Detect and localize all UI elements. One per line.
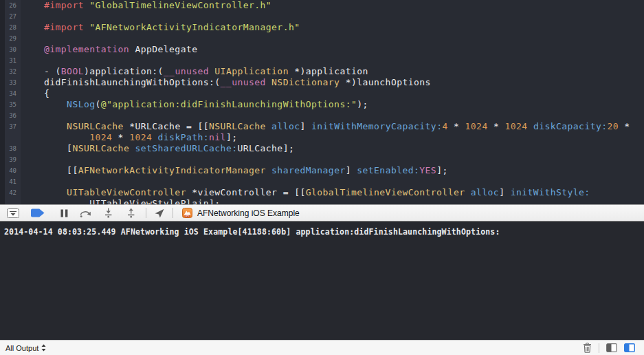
toolbar-separator xyxy=(173,208,173,218)
code-line-text[interactable] xyxy=(21,154,44,165)
code-token: NSURLCache xyxy=(209,121,266,131)
bottom-bar-separator xyxy=(599,343,599,353)
code-token: @"application:didFinishLaunchingWithOpti… xyxy=(101,99,357,109)
step-out-button[interactable] xyxy=(120,205,142,221)
code-row: 33didFinishLaunchingWithOptions:(__unuse… xyxy=(0,77,644,88)
code-token: ] xyxy=(499,187,511,197)
app-icon: AFN xyxy=(182,208,192,218)
code-token xyxy=(84,22,89,32)
line-number[interactable]: 31 xyxy=(0,55,21,66)
line-number[interactable]: 28 xyxy=(0,22,21,33)
line-number[interactable] xyxy=(0,198,21,204)
output-filter-label: All Output xyxy=(5,344,38,352)
line-number[interactable]: 29 xyxy=(0,33,21,44)
step-over-button[interactable] xyxy=(74,205,96,221)
hide-debug-area-button[interactable] xyxy=(4,205,22,221)
code-line-text[interactable]: - (BOOL)application:(__unused UIApplicat… xyxy=(21,66,368,77)
code-editor[interactable]: 26#import "GlobalTimelineViewController.… xyxy=(0,0,644,204)
code-line-text[interactable] xyxy=(21,55,44,66)
code-token: alloc xyxy=(271,121,300,131)
code-line-text[interactable] xyxy=(21,33,44,44)
code-line-text[interactable]: [[AFNetworkActivityIndicatorManager shar… xyxy=(21,165,448,176)
code-token: *URLCache = [[ xyxy=(124,121,209,131)
line-number[interactable]: 33 xyxy=(0,77,21,88)
code-token: 20 xyxy=(608,121,619,131)
line-number[interactable]: 42 xyxy=(0,187,21,198)
line-number[interactable]: 36 xyxy=(0,110,21,121)
code-row: 40 [[AFNetworkActivityIndicatorManager s… xyxy=(0,165,644,176)
code-line-text[interactable]: NSURLCache *URLCache = [[NSURLCache allo… xyxy=(21,121,630,132)
stepper-arrows-icon xyxy=(41,344,46,352)
code-token: #import xyxy=(44,22,84,32)
code-token: ] xyxy=(346,165,357,175)
code-token: NSURLCache xyxy=(67,121,124,131)
line-number[interactable]: 39 xyxy=(0,154,21,165)
code-token xyxy=(465,187,470,197)
code-line-text[interactable]: #import "GlobalTimelineViewController.h" xyxy=(21,0,271,11)
code-token xyxy=(528,121,533,131)
line-number[interactable]: 41 xyxy=(0,176,21,187)
code-token: #import xyxy=(44,0,84,10)
step-into-icon xyxy=(104,208,113,218)
code-token: BOOL xyxy=(61,66,84,76)
code-line-text[interactable]: didFinishLaunchingWithOptions:(__unused … xyxy=(21,77,431,88)
line-number[interactable]: 27 xyxy=(0,11,21,22)
code-line-text[interactable]: #import "AFNetworkActivityIndicatorManag… xyxy=(21,22,300,33)
line-number[interactable]: 32 xyxy=(0,66,21,77)
code-line-text[interactable] xyxy=(21,110,44,121)
code-line-text[interactable]: { xyxy=(21,88,49,99)
code-token: "GlobalTimelineViewController.h" xyxy=(89,0,271,10)
toggle-variables-view-button[interactable] xyxy=(606,343,617,352)
pause-icon xyxy=(60,209,68,217)
code-row: UITableViewStylePlain]; xyxy=(0,198,644,204)
svg-text:AFN: AFN xyxy=(186,215,189,217)
line-number[interactable]: 30 xyxy=(0,44,21,55)
console-view-icon xyxy=(624,343,635,352)
code-token: sharedManager xyxy=(271,165,346,175)
code-row: 41 xyxy=(0,176,644,187)
output-filter-select[interactable]: All Output xyxy=(5,344,46,352)
code-row: 32- (BOOL)application:(__unused UIApplic… xyxy=(0,66,644,77)
line-number[interactable]: 34 xyxy=(0,88,21,99)
process-name-label: AFNetworking iOS Example xyxy=(197,208,300,218)
code-line-text[interactable]: UITableViewController *viewController = … xyxy=(21,187,590,198)
code-token: * xyxy=(619,121,630,131)
line-number[interactable]: 35 xyxy=(0,99,21,110)
line-number[interactable]: 38 xyxy=(0,143,21,154)
code-row: 34{ xyxy=(0,88,644,99)
code-line-text[interactable]: 1024 * 1024 diskPath:nil]; xyxy=(21,132,237,143)
code-line-text[interactable]: UITableViewStylePlain]; xyxy=(21,198,221,204)
code-rows: 26#import "GlobalTimelineViewController.… xyxy=(0,0,644,204)
console-log-line: 2014-04-14 08:03:25.449 AFNetworking iOS… xyxy=(4,227,644,237)
code-token xyxy=(266,121,271,131)
code-line-text[interactable] xyxy=(21,176,44,187)
code-line-text[interactable]: @implementation AppDelegate xyxy=(21,44,197,55)
code-token: UIApplication xyxy=(214,66,289,76)
step-into-button[interactable] xyxy=(96,205,120,221)
breakpoints-toggle-button[interactable] xyxy=(22,205,54,221)
code-token: didFinishLaunchingWithOptions:( xyxy=(44,77,221,87)
code-line-text[interactable] xyxy=(21,11,44,22)
code-token: *)application xyxy=(289,66,368,76)
code-row: 29 xyxy=(0,33,644,44)
clear-console-button[interactable] xyxy=(583,343,592,353)
code-token: __unused xyxy=(164,66,209,76)
simulate-location-button[interactable] xyxy=(151,205,168,221)
line-number[interactable] xyxy=(0,132,21,143)
code-line-text[interactable]: [NSURLCache setSharedURLCache:URLCache]; xyxy=(21,143,294,154)
pause-button[interactable] xyxy=(54,205,74,221)
code-row: 38 [NSURLCache setSharedURLCache:URLCach… xyxy=(0,143,644,154)
toggle-console-view-button[interactable] xyxy=(624,343,635,352)
console-output[interactable]: 2014-04-14 08:03:25.449 AFNetworking iOS… xyxy=(0,222,644,340)
code-token xyxy=(266,77,271,87)
code-token: initWithMemoryCapacity: xyxy=(311,121,442,131)
console-bottom-bar: All Output xyxy=(0,340,644,355)
code-token: - ( xyxy=(44,66,61,76)
code-token: NSDictionary xyxy=(271,77,340,87)
code-token: )application:( xyxy=(84,66,164,76)
code-line-text[interactable]: NSLog(@"application:didFinishLaunchingWi… xyxy=(21,99,368,110)
code-token xyxy=(44,99,67,109)
line-number[interactable]: 37 xyxy=(0,121,21,132)
line-number[interactable]: 26 xyxy=(0,0,21,11)
line-number[interactable]: 40 xyxy=(0,165,21,176)
